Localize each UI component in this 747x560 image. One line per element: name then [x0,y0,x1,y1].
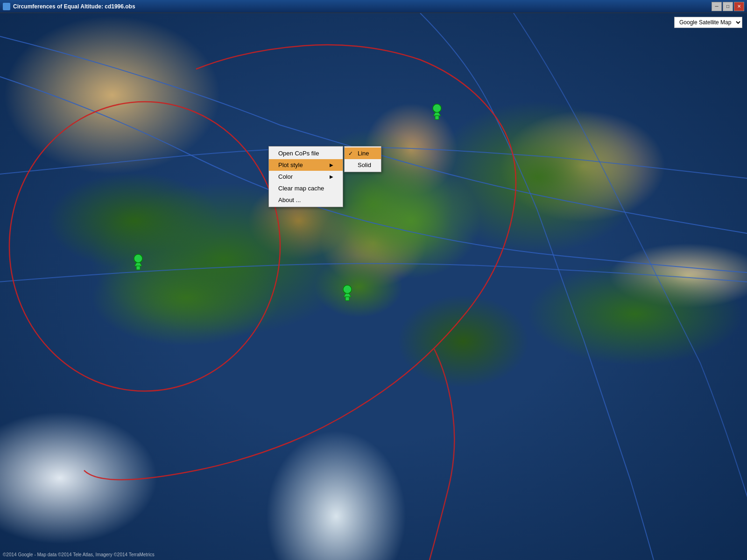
svg-point-6 [134,254,142,263]
submenu-item-solid[interactable]: Solid [345,159,381,171]
map-type-dropdown[interactable]: Google Satellite Map Google Terrain Map … [674,17,742,28]
window-controls: ─ □ ✕ [712,2,744,11]
minimize-button[interactable]: ─ [712,2,722,11]
svg-point-0 [9,102,280,391]
close-button[interactable]: ✕ [734,2,744,11]
menu-item-plot-style[interactable]: Plot style ▶ [269,159,343,171]
app-icon [3,3,10,10]
menu-item-clear-map-cache[interactable]: Clear map cache [269,182,343,194]
plot-style-arrow: ▶ [330,162,333,168]
maximize-button[interactable]: □ [723,2,733,11]
svg-rect-5 [136,266,140,270]
svg-point-9 [343,285,352,294]
map-container[interactable]: Google Satellite Map Google Terrain Map … [0,13,747,560]
map-attribution: ©2014 Google - Map data ©2014 Tele Atlas… [3,552,155,557]
line-checkmark: ✓ [348,150,353,157]
svg-rect-8 [345,297,349,301]
svg-point-3 [433,104,441,112]
map-type-selector[interactable]: Google Satellite Map Google Terrain Map … [674,17,742,28]
window-title: Circumferences of Equal Altitude: cd1996… [13,3,712,10]
svg-rect-2 [435,116,439,119]
submenu-item-line[interactable]: ✓ Line [345,147,381,159]
color-arrow: ▶ [330,174,333,179]
menu-item-color[interactable]: Color ▶ [269,171,343,182]
menu-item-open-cops-file[interactable]: Open CoPs file [269,147,343,159]
submenu-plot-style: ✓ Line Solid [344,146,381,172]
menu-item-about[interactable]: About ... [269,194,343,206]
titlebar: Circumferences of Equal Altitude: cd1996… [0,0,747,13]
context-menu: Open CoPs file Plot style ▶ Color ▶ Clea… [268,146,343,207]
map-overlay [0,13,747,560]
